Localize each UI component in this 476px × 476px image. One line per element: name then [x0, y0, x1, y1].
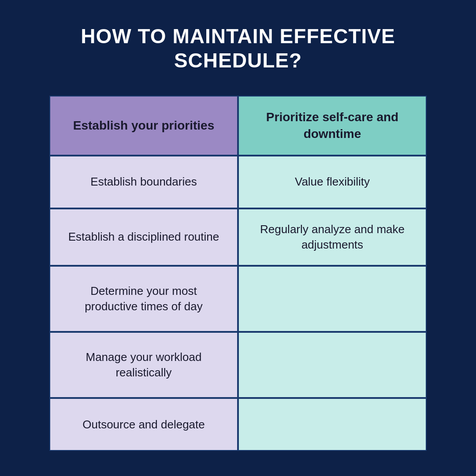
row1-cell-left: Establish boundaries	[49, 156, 238, 208]
row2-cell-left: Establish a disciplined routine	[49, 208, 238, 266]
row3-cell-right	[238, 266, 427, 332]
header-row: Establish your priorities Prioritize sel…	[49, 96, 427, 156]
main-table: Establish your priorities Prioritize sel…	[48, 95, 428, 452]
header-cell-right: Prioritize self-care and downtime	[238, 96, 427, 156]
row3-cell-left: Determine your most productive times of …	[49, 266, 238, 332]
row2-cell-right: Regularly analyze and make adjustments	[238, 208, 427, 266]
table-row: Establish a disciplined routine Regularl…	[49, 208, 427, 266]
table-row: Establish boundaries Value flexibility	[49, 156, 427, 208]
row4-cell-right	[238, 332, 427, 398]
table-row: Outsource and delegate	[49, 398, 427, 451]
row5-cell-left: Outsource and delegate	[49, 398, 238, 451]
header-cell-left: Establish your priorities	[49, 96, 238, 156]
table-row: Determine your most productive times of …	[49, 266, 427, 332]
row4-cell-left: Manage your workload realistically	[49, 332, 238, 398]
page-wrapper: HOW TO MAINTAIN EFFECTIVE SCHEDULE? Esta…	[0, 0, 476, 476]
page-title: HOW TO MAINTAIN EFFECTIVE SCHEDULE?	[81, 24, 395, 73]
table-row: Manage your workload realistically	[49, 332, 427, 398]
row5-cell-right	[238, 398, 427, 451]
row1-cell-right: Value flexibility	[238, 156, 427, 208]
